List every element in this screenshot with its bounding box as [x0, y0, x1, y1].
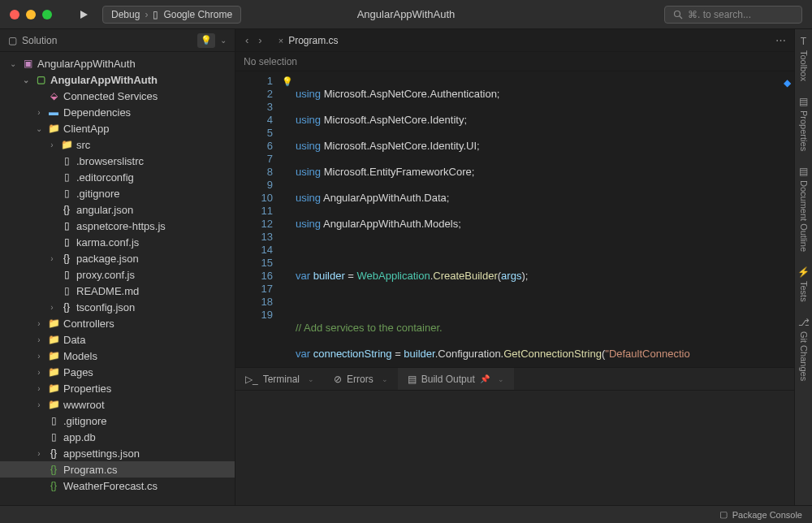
outline-icon: ▤	[799, 166, 808, 177]
code-marker-icon[interactable]: ◆	[784, 76, 791, 89]
status-package-console[interactable]: Package Console	[732, 510, 802, 520]
rail-document-outline[interactable]: ▤Document Outline	[799, 166, 809, 252]
package-console-icon: ▢	[719, 509, 728, 520]
search-placeholder: ⌘. to search...	[688, 9, 751, 20]
tree-connected-services[interactable]: ⬙Connected Services	[0, 88, 235, 104]
lightbulb-icon[interactable]: 💡	[197, 33, 215, 48]
tree-readme[interactable]: ▯README.md	[0, 283, 235, 299]
code-content[interactable]: using Microsoft.AspNetCore.Authenticatio…	[296, 71, 794, 367]
git-icon: ⎇	[798, 317, 810, 328]
maximize-window-button[interactable]	[42, 10, 52, 19]
debug-target-label: Google Chrome	[163, 9, 232, 20]
tree-properties[interactable]: ›📁Properties	[0, 380, 235, 396]
tree-aspnetcore-https[interactable]: ▯aspnetcore-https.js	[0, 218, 235, 234]
tree-clientapp[interactable]: ⌄📁ClientApp	[0, 120, 235, 136]
editor-tab-program[interactable]: × Program.cs	[272, 32, 345, 50]
solution-tree: ⌄▣AngularAppWithAuth ⌄▢AngularAppWithAut…	[0, 52, 235, 505]
rail-git-changes[interactable]: ⎇Git Changes	[798, 317, 810, 381]
bottom-panel-tabs: ▷_ Terminal ⌄ ⊘ Errors ⌄ ▤ Build Output …	[235, 368, 794, 391]
pin-icon[interactable]: 📌	[480, 374, 490, 383]
rail-properties[interactable]: ▤Properties	[799, 96, 809, 151]
browser-icon: ▯	[153, 9, 158, 20]
tab-errors[interactable]: ⊘ Errors ⌄	[324, 368, 398, 390]
svg-line-1	[680, 16, 682, 19]
tree-src[interactable]: ›📁src	[0, 136, 235, 153]
bottom-panel: ▷_ Terminal ⌄ ⊘ Errors ⌄ ▤ Build Output …	[235, 367, 794, 505]
editor-breadcrumb[interactable]: No selection	[235, 52, 794, 71]
chevron-down-icon[interactable]: ⌄	[382, 375, 388, 383]
tab-build-output[interactable]: ▤ Build Output 📌 ⌄	[398, 368, 514, 390]
tree-appdb[interactable]: ▯app.db	[0, 429, 235, 445]
tree-controllers[interactable]: ›📁Controllers	[0, 315, 235, 331]
tree-karma-conf[interactable]: ▯karma.conf.js	[0, 234, 235, 250]
error-icon: ⊘	[334, 374, 342, 385]
close-window-button[interactable]	[10, 10, 19, 19]
tree-models[interactable]: ›📁Models	[0, 348, 235, 364]
code-editor[interactable]: 12345678910111213141516171819 💡 using Mi…	[235, 71, 794, 367]
tests-icon: ⚡	[797, 266, 810, 278]
tree-program-cs[interactable]: {}Program.cs	[0, 461, 235, 478]
solution-header: ▢ Solution 💡 ⌄	[0, 29, 235, 52]
tree-proxy-conf[interactable]: ▯proxy.conf.js	[0, 266, 235, 283]
tree-package-json[interactable]: ›{}package.json	[0, 250, 235, 266]
editor-tabs-bar: ‹ › × Program.cs ⋯	[235, 29, 794, 52]
tree-data[interactable]: ›📁Data	[0, 331, 235, 348]
debug-config-label: Debug	[111, 9, 140, 20]
properties-icon: ▤	[799, 96, 808, 107]
chevron-right-icon: ›	[145, 9, 148, 20]
solution-header-icon: ▢	[8, 35, 17, 46]
tab-terminal[interactable]: ▷_ Terminal ⌄	[235, 368, 324, 390]
editor-tab-label: Program.cs	[288, 35, 338, 46]
global-search-input[interactable]: ⌘. to search...	[664, 6, 802, 24]
window-title: AngularAppWithAuth	[357, 8, 456, 20]
tree-project[interactable]: ⌄▢AngularAppWithAuth	[0, 71, 235, 88]
right-rail: TToolbox ▤Properties ▤Document Outline ⚡…	[794, 29, 812, 505]
tree-angularjson[interactable]: {}angular.json	[0, 201, 235, 218]
chevron-down-icon[interactable]: ⌄	[220, 36, 227, 45]
minimize-window-button[interactable]	[26, 10, 36, 19]
rail-tests[interactable]: ⚡Tests	[797, 266, 810, 302]
tree-weatherforecast[interactable]: {}WeatherForecast.cs	[0, 478, 235, 494]
search-icon	[673, 10, 683, 19]
window-controls	[0, 10, 62, 19]
solution-header-label: Solution	[22, 35, 57, 46]
nav-forward-button[interactable]: ›	[255, 32, 265, 48]
run-button[interactable]	[78, 9, 89, 20]
titlebar: Debug › ▯ Google Chrome AngularAppWithAu…	[0, 0, 812, 29]
code-action-gutter: 💡	[279, 71, 296, 367]
tree-solution-root[interactable]: ⌄▣AngularAppWithAuth	[0, 55, 235, 71]
tree-tsconfig[interactable]: ›{}tsconfig.json	[0, 299, 235, 315]
toolbox-icon: T	[801, 36, 806, 47]
build-icon: ▤	[408, 374, 417, 385]
tree-wwwroot[interactable]: ›📁wwwroot	[0, 396, 235, 413]
bottom-panel-body	[235, 391, 794, 505]
rail-toolbox[interactable]: TToolbox	[799, 36, 809, 81]
chevron-down-icon[interactable]: ⌄	[308, 375, 314, 383]
tree-gitignore2[interactable]: ▯.gitignore	[0, 413, 235, 429]
line-number-gutter: 12345678910111213141516171819	[235, 71, 279, 367]
editor-more-button[interactable]: ⋯	[775, 34, 788, 46]
close-tab-icon[interactable]: ×	[279, 36, 283, 45]
debug-target-selector[interactable]: Debug › ▯ Google Chrome	[102, 6, 241, 24]
solution-explorer: ▢ Solution 💡 ⌄ ⌄▣AngularAppWithAuth ⌄▢An…	[0, 29, 235, 505]
tree-appsettings[interactable]: ›{}appsettings.json	[0, 445, 235, 461]
statusbar: ▢ Package Console	[0, 505, 812, 523]
terminal-icon: ▷_	[245, 374, 258, 385]
nav-back-button[interactable]: ‹	[242, 32, 252, 48]
tree-dependencies[interactable]: ›▬Dependencies	[0, 104, 235, 120]
tree-browserslistrc[interactable]: ▯.browserslistrc	[0, 153, 235, 169]
editor-area: ‹ › × Program.cs ⋯ No selection 12345678…	[235, 29, 794, 505]
chevron-down-icon[interactable]: ⌄	[498, 375, 504, 383]
lightbulb-icon[interactable]: 💡	[279, 75, 296, 88]
tree-gitignore[interactable]: ▯.gitignore	[0, 185, 235, 201]
svg-point-0	[675, 11, 680, 16]
tree-pages[interactable]: ›📁Pages	[0, 364, 235, 380]
tree-editorconfig[interactable]: ▯.editorconfig	[0, 169, 235, 185]
